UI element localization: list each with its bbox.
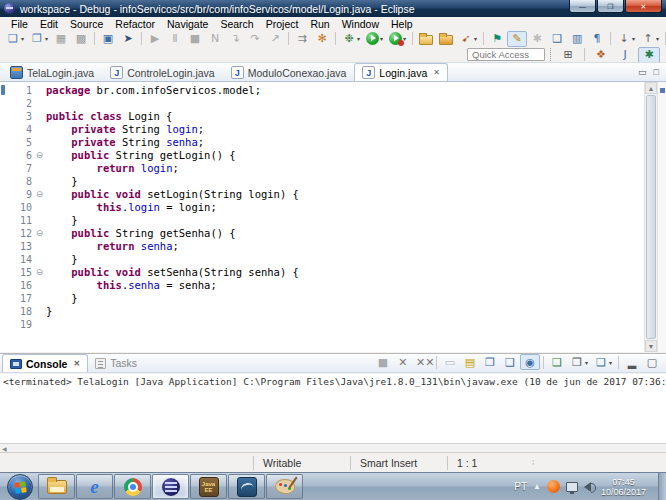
open-type-button[interactable] (436, 31, 456, 47)
code-line[interactable]: } (46, 305, 642, 318)
mark-occurrences-button[interactable]: ✎ (507, 31, 527, 47)
scrollbar-thumb[interactable] (646, 95, 656, 339)
avast-tray-icon[interactable] (547, 480, 560, 493)
menu-edit[interactable]: Edit (34, 18, 64, 30)
overview-ruler[interactable] (657, 82, 666, 352)
run-button[interactable]: ▾ (363, 31, 386, 47)
new-wizard-button[interactable]: ❏▾ (3, 31, 27, 47)
fold-collapse-icon[interactable]: ⊖ (34, 227, 45, 240)
minimize-window-button[interactable]: — (569, 0, 596, 13)
menu-file[interactable]: File (5, 18, 34, 30)
console-horizontal-scrollbar[interactable]: ◀ (0, 443, 666, 452)
code-line[interactable]: return senha; (46, 240, 642, 253)
menu-refactor[interactable]: Refactor (109, 18, 161, 30)
code-line[interactable]: } (46, 214, 642, 227)
close-window-button[interactable]: ✕ (625, 0, 662, 13)
code-line[interactable]: public String getLogin() { (46, 149, 642, 162)
show-selected-element-button[interactable]: ▥ (567, 31, 587, 47)
maximize-view-button[interactable]: ▢ (642, 354, 662, 370)
code-line[interactable]: public String getSenha() { (46, 227, 642, 240)
coverage-button[interactable]: ▾ (386, 31, 409, 47)
fold-collapse-icon[interactable]: ⊖ (34, 188, 45, 201)
show-whitespace-button[interactable]: ¶ (587, 31, 607, 47)
tab-login[interactable]: JLogin.java✕ (354, 63, 448, 81)
maximize-editor-button[interactable]: □ (654, 67, 659, 77)
code-line[interactable]: } (46, 292, 642, 305)
taskbar-clock[interactable]: 07:45 10/06/2017 (597, 477, 650, 497)
debug-perspective-button[interactable]: ✱ (638, 47, 660, 63)
show-source-button[interactable]: ❑ (547, 31, 567, 47)
display-selected-console-button[interactable]: ❏ (547, 354, 567, 370)
code-line[interactable]: } (46, 175, 642, 188)
console-tab[interactable]: Console✕ (2, 354, 88, 372)
scroll-lock-button[interactable]: ▤ (460, 354, 480, 370)
code-line[interactable]: this.senha = senha; (46, 279, 642, 292)
paint-taskbar-button[interactable] (266, 474, 303, 499)
network-tray-icon[interactable] (566, 482, 578, 492)
chrome-taskbar-button[interactable] (114, 474, 151, 499)
new-java-package-button[interactable] (416, 31, 436, 47)
code-line[interactable]: return login; (46, 162, 642, 175)
external-tools-button[interactable]: ➹▾ (456, 31, 480, 47)
language-indicator[interactable]: PT (514, 481, 527, 492)
code-line[interactable]: package br.com.infoServicos.model; (46, 84, 642, 97)
open-console-button[interactable]: ❐▾ (567, 354, 591, 370)
previous-annotation-button[interactable]: ↑▾ (638, 31, 662, 47)
windows-explorer-taskbar-button[interactable] (38, 474, 75, 499)
code-line[interactable]: } (46, 253, 642, 266)
menu-navigate[interactable]: Navigate (161, 18, 214, 30)
code-line[interactable]: public void setSenha(String senha) { (46, 266, 642, 279)
open-perspective-button[interactable]: ⊞ (557, 47, 579, 63)
java-ee-perspective-button[interactable]: ❖ (590, 47, 612, 63)
editor-vertical-scrollbar[interactable]: ▲ ▼ (644, 82, 657, 352)
minimize-view-button[interactable]: ▂ (622, 354, 642, 370)
menu-search[interactable]: Search (214, 18, 259, 30)
run-to-line-button[interactable]: ⇉ (292, 31, 312, 47)
volume-tray-icon[interactable] (584, 482, 591, 492)
internet-explorer-taskbar-button[interactable]: e (76, 474, 113, 499)
new-java-class-button[interactable]: ❐▾ (27, 31, 51, 47)
tab-moduloconexao[interactable]: JModuloConexao.java (223, 63, 355, 81)
pin-console-button[interactable]: ◉ (520, 354, 540, 370)
java-perspective-button[interactable]: J (614, 47, 636, 63)
new-console-view-button[interactable]: ❏▾ (591, 354, 615, 370)
fold-collapse-icon[interactable]: ⊖ (34, 149, 45, 162)
menu-help[interactable]: Help (385, 18, 419, 30)
show-console-on-error-button[interactable]: ❑ (500, 354, 520, 370)
quick-access-field[interactable]: Quick Access (467, 48, 545, 61)
code-line[interactable] (46, 318, 642, 331)
tab-controlelogin[interactable]: JControleLogin.java (102, 63, 223, 81)
minimize-editor-button[interactable]: ▭ (638, 67, 647, 77)
netbeans-taskbar-button[interactable]: Java EE (190, 474, 227, 499)
menu-source[interactable]: Source (64, 18, 109, 30)
eclipse-taskbar-button[interactable] (152, 474, 189, 499)
restore-window-button[interactable]: ❐ (597, 0, 624, 13)
code-line[interactable]: private String login; (46, 123, 642, 136)
debug-button[interactable]: ❉▾ (339, 31, 363, 47)
menu-window[interactable]: Window (336, 18, 385, 30)
show-hidden-icons-button[interactable]: ▲ (533, 482, 541, 491)
next-annotation-button[interactable]: ↓▾ (614, 31, 638, 47)
code-line[interactable] (46, 97, 642, 110)
remove-launch-button[interactable]: ✕ (393, 354, 413, 370)
code-line[interactable]: private String senha; (46, 136, 642, 149)
show-console-on-output-button[interactable]: ❐ (480, 354, 500, 370)
scroll-up-arrow[interactable]: ▲ (645, 82, 657, 94)
close-tab-icon[interactable]: ✕ (433, 68, 440, 77)
open-java-editor-button[interactable]: ▣ (98, 31, 118, 47)
code-line[interactable]: public class Login { (46, 110, 642, 123)
scroll-left-arrow[interactable]: ◀ (0, 445, 9, 452)
code-editor[interactable]: 12345678910111213141516171819 ⊖⊖⊖⊖ packa… (0, 81, 666, 352)
mysql-workbench-taskbar-button[interactable] (228, 474, 265, 499)
use-step-filters-button[interactable]: ✻ (312, 31, 332, 47)
console-output[interactable]: <terminated> TelaLogin [Java Application… (0, 374, 666, 443)
tab-telalogin[interactable]: TelaLogin.java (2, 63, 102, 81)
code-line[interactable]: this.login = login; (46, 201, 642, 214)
menu-project[interactable]: Project (260, 18, 305, 30)
code-content[interactable]: package br.com.infoServicos.model;public… (46, 84, 642, 331)
start-button[interactable] (7, 474, 33, 500)
menu-run[interactable]: Run (304, 18, 335, 30)
remove-all-terminated-button[interactable]: ✕✕ (413, 354, 433, 370)
annotation-pointer-button[interactable]: ➤ (118, 31, 138, 47)
scroll-down-arrow[interactable]: ▼ (645, 340, 657, 352)
